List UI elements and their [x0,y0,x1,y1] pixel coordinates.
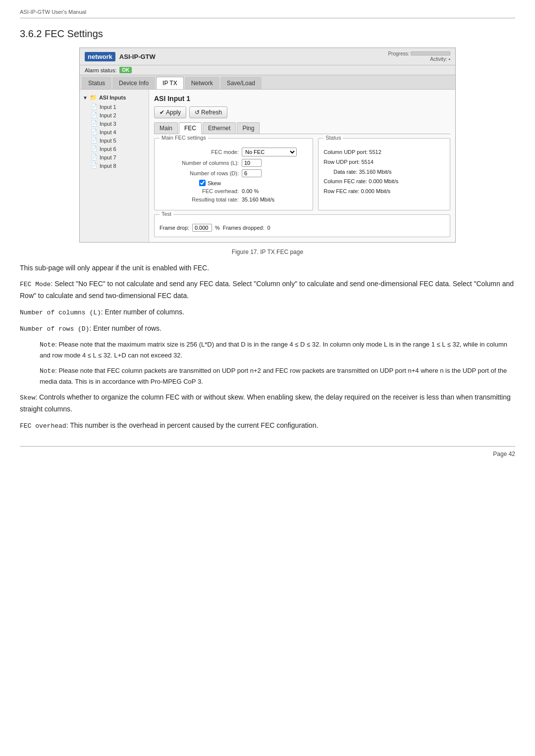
note1-label: Note [40,341,55,349]
page-header: ASI-IP-GTW User's Manual [20,9,515,18]
col-fec-rate-label: Column FEC rate: [323,178,367,184]
num-columns-input[interactable] [242,159,262,167]
sidebar-input1-label: Input 1 [100,104,116,110]
num-rows-input[interactable] [242,169,262,177]
tab-network[interactable]: Network [185,77,219,89]
sidebar-input7-label: Input 7 [100,154,116,160]
frame-drop-input[interactable] [192,224,212,232]
fec-overhead-row: FEC overhead: 0.00 % [160,188,308,194]
skew-row: Skew [199,180,308,186]
fec-overhead-value: 0.00 % [242,188,259,194]
fec-overhead-para: FEC overhead: This number is the overhea… [20,420,515,432]
status-panel: Status Column UDP port: 5512 Row UDP por… [318,138,450,210]
sidebar-input8-label: Input 8 [100,163,116,169]
resulting-rate-row: Resulting total rate: 35.160 Mbit/s [160,197,308,202]
sidebar-item-input4[interactable]: 📄 Input 4 [80,128,149,136]
note2-text: : Please note that FEC column packets ar… [40,367,507,385]
num-columns-para: Number of columns (L): Enter number of c… [20,306,515,318]
column-udp-label: Column UDP port: [323,149,368,155]
brand-logo: network [85,52,115,61]
fec-overhead-doc-text: : This number is the overhead in percent… [66,421,319,429]
doc-fec-mode-para: FEC Mode: Select "No FEC" to not calcula… [20,278,515,301]
apply-button[interactable]: ✔ Apply [154,106,186,118]
resulting-rate-value: 35.160 Mbit/s [242,197,274,202]
resulting-rate-label: Resulting total rate: [160,197,239,202]
sub-tab-main[interactable]: Main [154,122,178,134]
num-rows-para: Number of rows (D): Enter number of rows… [20,323,515,335]
alarm-bar: Alarm status: OK [80,65,455,75]
manual-title: ASI-IP-GTW User's Manual [20,9,86,15]
data-rate-value: 35.160 Mbit/s [359,169,392,175]
sub-tab-ping[interactable]: Ping [237,122,260,134]
sidebar-item-input7[interactable]: 📄 Input 7 [80,153,149,161]
tab-device-info[interactable]: Device Info [112,77,155,89]
fec-overhead-doc-term: FEC overhead [20,422,66,430]
sidebar-group-asi-inputs[interactable]: ▼ 📁 ASI Inputs [80,93,149,102]
sidebar-input4-label: Input 4 [100,129,116,135]
progress-bar [411,51,450,55]
row-udp-value: 5514 [361,159,373,165]
sidebar-item-input2[interactable]: 📄 Input 2 [80,111,149,119]
test-panel-wrapper: Test Frame drop: % Frames dropped: 0 [154,214,450,237]
sidebar-item-input5[interactable]: 📄 Input 5 [80,136,149,145]
sub-tabs: Main FEC Ethernet Ping [154,122,450,134]
test-panel: Test Frame drop: % Frames dropped: 0 [154,214,450,237]
status-legend: Status [323,135,343,141]
sub-tab-ethernet[interactable]: Ethernet [203,122,236,134]
section-title: 3.6.2 FEC Settings [20,28,515,40]
refresh-icon: ↺ [195,109,200,116]
sidebar-group-label-text: ASI Inputs [99,95,126,101]
fec-mode-select[interactable]: No FEC Column only Column and Row [242,148,297,156]
tab-save-load[interactable]: Save/Load [220,77,262,89]
arrow-icon: ▼ [83,95,88,101]
test-legend: Test [160,211,173,217]
page-number: Page 42 [493,451,515,457]
sidebar-item-input1[interactable]: 📄 Input 1 [80,102,149,111]
refresh-label: Refresh [201,109,222,116]
fec-mode-para: FEC Mode: Select "No FEC" to not calcula… [20,278,515,301]
num-rows-label: Number of rows (D): [160,170,239,176]
file-icon-4: 📄 [91,129,98,135]
row-fec-rate-label: Row FEC rate: [323,188,359,194]
skew-checkbox[interactable] [199,180,206,186]
num-columns-term: Number of columns (L) [20,309,101,316]
device-header-left: network ASI-IP-GTW [85,52,156,61]
skew-para: Skew: Controls whether to organize the c… [20,392,515,414]
note2-label: Note [40,367,55,375]
sidebar-input3-label: Input 3 [100,121,116,127]
col-fec-rate-row: Column FEC rate: 0.000 Mbit/s [323,177,445,187]
num-rows-text: : Enter number of rows. [89,324,161,332]
num-columns-label: Number of columns (L): [160,160,239,166]
doc-num-columns-para: Number of columns (L): Enter number of c… [20,306,515,318]
refresh-button[interactable]: ↺ Refresh [189,106,227,118]
doc-fec-overhead-para: FEC overhead: This number is the overhea… [20,420,515,432]
apply-label: Apply [166,109,181,116]
col-fec-rate-value: 0.000 Mbit/s [369,178,398,184]
sidebar-item-input8[interactable]: 📄 Input 8 [80,161,149,170]
column-udp-row: Column UDP port: 5512 [323,148,445,157]
folder-icon: 📁 [90,94,97,101]
row-udp-label: Row UDP port: [323,159,360,165]
alarm-status: OK [119,67,132,73]
skew-label: Skew [208,180,221,186]
alarm-label: Alarm status: [85,67,116,73]
device-body: ▼ 📁 ASI Inputs 📄 Input 1 📄 Input 2 📄 Inp… [80,90,455,242]
skew-text: : Controls whether to organize the colum… [20,393,511,413]
fec-mode-row: FEC mode: No FEC Column only Column and … [160,148,308,156]
file-icon-3: 📄 [91,120,98,127]
percent-label: % [215,225,220,231]
tab-ip-tx[interactable]: IP TX [156,77,184,89]
column-udp-value: 5512 [369,149,381,155]
frame-drop-label: Frame drop: [160,225,189,231]
sidebar-item-input3[interactable]: 📄 Input 3 [80,119,149,128]
sub-tab-fec[interactable]: FEC [179,122,202,134]
progress-label: Progress: [388,51,450,56]
sidebar-input2-label: Input 2 [100,112,116,118]
device-title: ASI-IP-GTW [119,53,156,60]
panels-row: Main FEC settings FEC mode: No FEC Colum… [154,138,450,210]
sidebar-item-input6[interactable]: 📄 Input 6 [80,145,149,153]
tab-status[interactable]: Status [82,77,111,89]
file-icon-8: 📄 [91,162,98,169]
intro-text: This sub-page will only appear if the un… [20,262,515,273]
apply-icon: ✔ [160,109,164,116]
